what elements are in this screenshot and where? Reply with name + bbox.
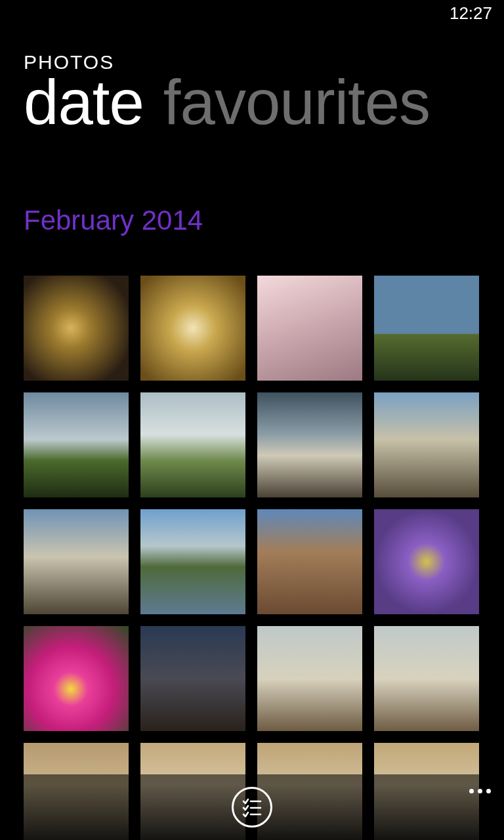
photo-thumbnail[interactable] bbox=[140, 392, 245, 497]
photo-thumbnail[interactable] bbox=[257, 276, 362, 381]
photo-thumbnail[interactable] bbox=[374, 626, 479, 731]
photo-thumbnail[interactable] bbox=[24, 626, 129, 731]
pivot-row: datefavourites bbox=[24, 70, 504, 136]
status-time: 12:27 bbox=[450, 3, 492, 24]
photo-thumbnail[interactable] bbox=[374, 392, 479, 497]
select-icon bbox=[242, 797, 262, 818]
photo-grid bbox=[24, 276, 496, 840]
select-button[interactable] bbox=[232, 787, 272, 828]
dot-icon bbox=[486, 789, 491, 793]
photo-thumbnail[interactable] bbox=[374, 276, 479, 381]
photo-thumbnail[interactable] bbox=[140, 276, 245, 381]
photo-thumbnail[interactable] bbox=[24, 509, 129, 614]
photo-thumbnail[interactable] bbox=[140, 626, 245, 731]
photo-thumbnail[interactable] bbox=[257, 626, 362, 731]
month-header[interactable]: February 2014 bbox=[24, 205, 203, 236]
photo-thumbnail[interactable] bbox=[140, 509, 245, 614]
photo-thumbnail[interactable] bbox=[257, 392, 362, 497]
pivot-date[interactable]: date bbox=[24, 70, 144, 136]
dot-icon bbox=[478, 789, 482, 793]
header: PHOTOS datefavourites bbox=[24, 51, 504, 136]
pivot-favourites[interactable]: favourites bbox=[163, 70, 430, 136]
app-bar bbox=[0, 774, 504, 840]
photo-thumbnail[interactable] bbox=[24, 392, 129, 497]
status-bar: 12:27 bbox=[0, 0, 504, 26]
photo-thumbnail[interactable] bbox=[24, 276, 129, 381]
photo-thumbnail[interactable] bbox=[374, 509, 479, 614]
dot-icon bbox=[469, 789, 474, 793]
photo-thumbnail[interactable] bbox=[257, 509, 362, 614]
more-button[interactable] bbox=[469, 789, 491, 793]
